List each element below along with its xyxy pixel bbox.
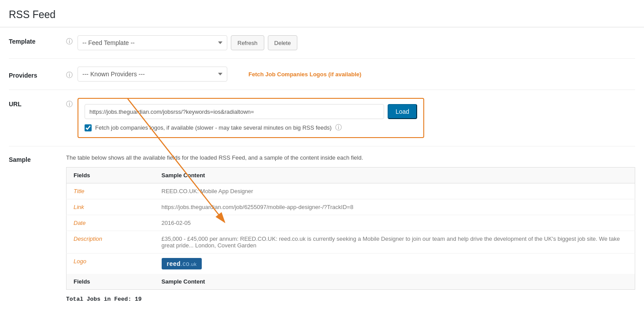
sample-table: Fields Sample Content Title REED.CO.UK: … (66, 167, 635, 290)
table-row: Link https://jobs.theguardian.com/job/62… (67, 199, 635, 215)
field-link: Link (67, 199, 155, 215)
template-help-icon[interactable]: ⓘ (66, 35, 78, 46)
footer-content: Sample Content (155, 274, 635, 290)
sample-row: Sample The table below shows all the ava… (9, 146, 635, 310)
value-logo: reed.co.uk (155, 254, 635, 274)
checkbox-row: Fetch job companies logos, if available … (85, 123, 417, 132)
table-footer-row: Fields Sample Content (67, 274, 635, 290)
checkbox-label: Fetch job companies logos, if available … (95, 124, 332, 131)
fields-header: Fields (67, 168, 155, 183)
content-header: Sample Content (155, 168, 635, 183)
providers-row: Providers ⓘ --- Known Providers --- Fetc… (9, 59, 635, 90)
logo-badge: reed.co.uk (162, 258, 202, 269)
value-title: REED.CO.UK: Mobile App Designer (155, 183, 635, 199)
sample-label: Sample (9, 154, 66, 163)
template-select[interactable]: -- Feed Template -- (78, 35, 227, 50)
footer-fields: Fields (67, 274, 155, 290)
logo-text-reed: reed (167, 260, 181, 267)
url-help-icon[interactable]: ⓘ (66, 98, 78, 108)
value-date: 2016-02-05 (155, 215, 635, 231)
url-row: URL ⓘ Load Fetch job companies logos, if… (9, 90, 635, 146)
url-box: Load Fetch job companies logos, if avail… (78, 98, 424, 138)
field-date: Date (67, 215, 155, 231)
refresh-button[interactable]: Refresh (231, 35, 264, 50)
total-jobs: Total Jobs in Feed: 19 (66, 296, 635, 303)
fetch-logos-link[interactable]: Fetch Job Companies Logos (if available) (248, 71, 361, 78)
page-title: RSS Feed (0, 0, 644, 27)
url-input[interactable] (85, 104, 384, 119)
table-row: Description £35,000 - £45,000 per annum:… (67, 231, 635, 254)
table-row: Title REED.CO.UK: Mobile App Designer (67, 183, 635, 199)
sample-description: The table below shows all the available … (66, 154, 635, 161)
table-row: Date 2016-02-05 (67, 215, 635, 231)
template-row: Template ⓘ -- Feed Template -- Refresh D… (9, 27, 635, 59)
template-label: Template (9, 35, 66, 45)
field-logo: Logo (67, 254, 155, 274)
providers-label: Providers (9, 69, 66, 79)
delete-button[interactable]: Delete (268, 35, 298, 50)
template-controls: -- Feed Template -- Refresh Delete (78, 35, 635, 50)
load-button[interactable]: Load (388, 104, 417, 119)
field-title: Title (67, 183, 155, 199)
value-link: https://jobs.theguardian.com/job/6255097… (155, 199, 635, 215)
fetch-logos-checkbox[interactable] (85, 124, 92, 131)
checkbox-help-icon[interactable]: ⓘ (335, 123, 347, 132)
url-label: URL (9, 98, 66, 108)
table-row: Logo reed.co.uk (67, 254, 635, 274)
url-controls: Load Fetch job companies logos, if avail… (78, 98, 635, 138)
logo-text-uk: .uk (189, 261, 196, 267)
field-description: Description (67, 231, 155, 254)
providers-select[interactable]: --- Known Providers --- (78, 67, 227, 82)
table-header-row: Fields Sample Content (67, 168, 635, 183)
providers-controls: --- Known Providers --- Fetch Job Compan… (78, 67, 635, 82)
url-input-row: Load (85, 104, 417, 119)
providers-help-icon[interactable]: ⓘ (66, 69, 78, 79)
sample-content: The table below shows all the available … (66, 154, 635, 303)
value-description: £35,000 - £45,000 per annum: REED.CO.UK:… (155, 231, 635, 254)
logo-text-co: .co (181, 260, 189, 267)
